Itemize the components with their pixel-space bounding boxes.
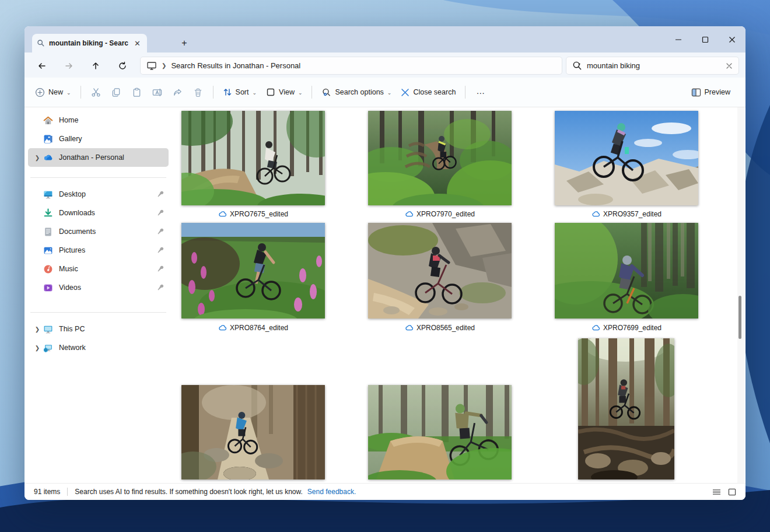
refresh-button[interactable] bbox=[114, 58, 131, 74]
breadcrumb[interactable]: Search Results in Jonathan - Personal bbox=[171, 61, 300, 70]
explorer-tab[interactable]: mountain biking - Search Res ✕ bbox=[32, 34, 147, 52]
clear-search-icon[interactable] bbox=[726, 62, 733, 69]
thumbnail-view-icon[interactable] bbox=[728, 488, 736, 496]
sidebar-item-network[interactable]: ❯ Network bbox=[28, 338, 169, 357]
command-toolbar: New ⌄ bbox=[24, 78, 746, 107]
breadcrumb-chevron-icon: ❯ bbox=[162, 62, 166, 69]
file-explorer-window: mountain biking - Search Res ✕ + bbox=[24, 26, 746, 500]
sidebar-item-home[interactable]: Home bbox=[28, 111, 169, 130]
more-options-button[interactable]: … bbox=[470, 86, 491, 99]
documents-icon bbox=[43, 226, 54, 237]
sidebar-item-label: This PC bbox=[59, 325, 165, 333]
file-name-row[interactable]: XPRO8764_edited bbox=[181, 323, 325, 332]
preview-icon bbox=[691, 88, 701, 97]
file-name-row[interactable]: XPRO7699_edited bbox=[555, 323, 698, 332]
photo-rock-garden-rider bbox=[368, 223, 512, 318]
file-thumbnail[interactable] bbox=[368, 223, 512, 318]
copy-button[interactable] bbox=[106, 84, 127, 101]
file-thumbnail[interactable] bbox=[368, 111, 512, 205]
nav-buttons bbox=[24, 58, 139, 74]
vertical-scrollbar[interactable] bbox=[737, 107, 744, 483]
view-button[interactable]: View ⌄ bbox=[261, 84, 307, 100]
navigation-sidebar: Home Gallery ❯ Jonathan - Personal Deskt… bbox=[24, 107, 172, 483]
sidebar-item-this-pc[interactable]: ❯ This PC bbox=[28, 320, 169, 338]
minimize-button[interactable] bbox=[665, 26, 692, 52]
search-input[interactable]: mountain biking bbox=[566, 57, 739, 75]
pin-icon bbox=[156, 208, 165, 218]
sidebar-divider bbox=[30, 312, 166, 313]
share-icon bbox=[173, 88, 183, 97]
file-thumbnail[interactable] bbox=[555, 111, 698, 205]
expand-chevron-icon[interactable]: ❯ bbox=[32, 345, 43, 351]
scrollbar-thumb[interactable] bbox=[738, 296, 741, 339]
sort-button[interactable]: Sort ⌄ bbox=[218, 84, 261, 100]
sidebar-item-pictures[interactable]: Pictures bbox=[28, 241, 169, 260]
delete-button[interactable] bbox=[188, 84, 208, 101]
file-thumbnail[interactable] bbox=[181, 223, 325, 318]
close-search-button[interactable]: Close search bbox=[396, 85, 460, 100]
back-button[interactable] bbox=[34, 58, 50, 74]
sidebar-item-music[interactable]: Music bbox=[28, 260, 169, 278]
title-bar[interactable]: mountain biking - Search Res ✕ + bbox=[24, 26, 746, 52]
sidebar-item-documents[interactable]: Documents bbox=[28, 222, 169, 241]
search-options-button[interactable]: Search options ⌄ bbox=[317, 84, 396, 101]
file-name: XPRO8565_edited bbox=[416, 324, 475, 332]
tab-close-icon[interactable]: ✕ bbox=[132, 38, 142, 48]
file-name-row[interactable]: XPRO9357_edited bbox=[555, 209, 698, 219]
file-thumbnail[interactable] bbox=[368, 385, 512, 480]
new-tab-button[interactable]: + bbox=[177, 36, 191, 50]
rename-button[interactable] bbox=[147, 84, 167, 101]
up-icon bbox=[91, 61, 100, 71]
sidebar-item-downloads[interactable]: Downloads bbox=[28, 204, 169, 222]
file-thumbnail[interactable] bbox=[181, 385, 325, 480]
file-name-row[interactable]: XPRO7970_edited bbox=[368, 209, 512, 219]
file-thumbnail[interactable] bbox=[555, 223, 698, 318]
forward-button[interactable] bbox=[61, 58, 77, 74]
details-view-icon[interactable] bbox=[712, 488, 721, 496]
search-query-text[interactable]: mountain biking bbox=[587, 61, 721, 70]
file-thumbnail[interactable] bbox=[578, 338, 674, 480]
window-controls bbox=[665, 26, 746, 52]
pin-icon bbox=[156, 190, 165, 199]
photo-rocky-forest-trail-rider bbox=[181, 385, 325, 480]
expand-chevron-icon[interactable]: ❯ bbox=[32, 326, 43, 332]
preview-toggle-button[interactable]: Preview bbox=[687, 85, 735, 100]
onedrive-cloud-icon bbox=[592, 211, 600, 217]
sidebar-divider bbox=[30, 177, 166, 178]
navigation-bar: ❯ Search Results in Jonathan - Personal … bbox=[24, 52, 746, 79]
file-name-row[interactable]: XPRO7675_edited bbox=[181, 209, 325, 219]
share-button[interactable] bbox=[167, 84, 188, 101]
cut-button[interactable] bbox=[86, 84, 106, 101]
close-button[interactable] bbox=[719, 26, 746, 52]
downloads-icon bbox=[43, 208, 54, 218]
file-name-row[interactable]: XPRO8565_edited bbox=[368, 323, 512, 332]
sidebar-item-gallery[interactable]: Gallery bbox=[28, 130, 169, 148]
sort-icon bbox=[223, 88, 232, 97]
address-bar[interactable]: ❯ Search Results in Jonathan - Personal bbox=[140, 57, 562, 75]
new-button[interactable]: New ⌄ bbox=[30, 84, 76, 101]
sidebar-item-label: Videos bbox=[59, 284, 156, 292]
cut-icon bbox=[91, 88, 101, 97]
maximize-button[interactable] bbox=[692, 26, 719, 52]
desktop-icon bbox=[43, 189, 54, 200]
sidebar-item-label: Documents bbox=[59, 228, 156, 236]
sidebar-item-onedrive-personal[interactable]: ❯ Jonathan - Personal bbox=[28, 148, 169, 167]
file-thumbnail[interactable] bbox=[181, 111, 325, 205]
sidebar-item-desktop[interactable]: Desktop bbox=[28, 185, 169, 204]
close-search-icon bbox=[401, 88, 410, 97]
this-pc-icon bbox=[43, 324, 54, 334]
sidebar-item-videos[interactable]: Videos bbox=[28, 278, 169, 297]
toolbar-divider bbox=[213, 86, 214, 99]
up-button[interactable] bbox=[88, 58, 104, 74]
sidebar-item-label: Pictures bbox=[59, 246, 156, 254]
send-feedback-link[interactable]: Send feedback. bbox=[307, 488, 356, 496]
refresh-icon bbox=[118, 61, 127, 71]
expand-chevron-icon[interactable]: ❯ bbox=[32, 155, 43, 161]
paste-button[interactable] bbox=[127, 84, 147, 101]
toolbar-divider bbox=[465, 86, 466, 99]
music-icon bbox=[43, 264, 54, 274]
view-label: View bbox=[279, 88, 295, 96]
search-tab-icon bbox=[37, 39, 45, 47]
onedrive-cloud-icon bbox=[592, 324, 600, 331]
toolbar-divider bbox=[312, 86, 312, 99]
